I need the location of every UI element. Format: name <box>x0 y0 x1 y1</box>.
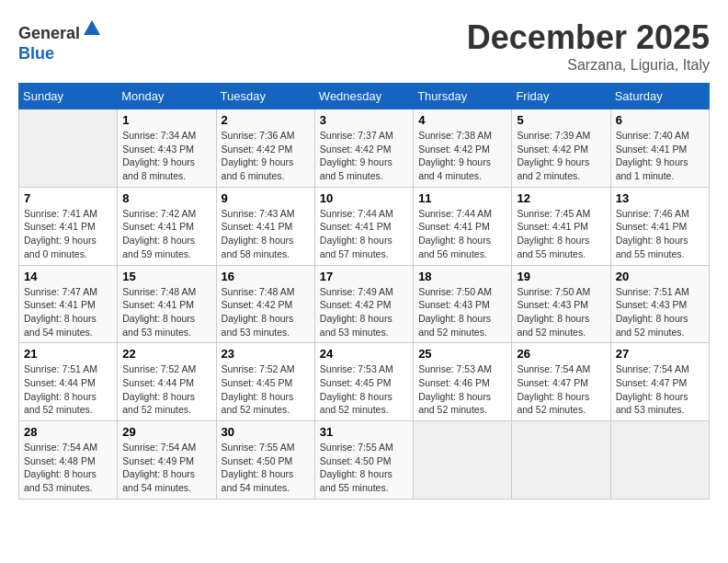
day-cell: 3 Sunrise: 7:37 AMSunset: 4:42 PMDayligh… <box>314 109 413 188</box>
day-cell: 19 Sunrise: 7:50 AMSunset: 4:43 PMDaylig… <box>512 265 610 343</box>
day-number: 10 <box>320 191 408 205</box>
day-cell: 26 Sunrise: 7:54 AMSunset: 4:47 PMDaylig… <box>512 343 610 421</box>
day-cell: 22 Sunrise: 7:52 AMSunset: 4:44 PMDaylig… <box>118 343 216 421</box>
month-title: December 2025 <box>467 18 710 57</box>
day-cell: 17 Sunrise: 7:49 AMSunset: 4:42 PMDaylig… <box>314 265 413 343</box>
day-info: Sunrise: 7:54 AMSunset: 4:49 PMDaylight:… <box>122 441 210 495</box>
location: Sarzana, Liguria, Italy <box>467 57 710 74</box>
day-number: 7 <box>24 191 112 205</box>
day-cell: 4 Sunrise: 7:38 AMSunset: 4:42 PMDayligh… <box>414 109 512 188</box>
day-number: 26 <box>517 347 605 361</box>
day-number: 11 <box>418 191 506 205</box>
day-number: 15 <box>122 270 210 283</box>
day-info: Sunrise: 7:54 AMSunset: 4:47 PMDaylight:… <box>517 362 605 417</box>
header-thursday: Thursday <box>414 84 512 109</box>
week-row-1: 1 Sunrise: 7:34 AMSunset: 4:43 PMDayligh… <box>19 109 710 188</box>
day-cell: 7 Sunrise: 7:41 AMSunset: 4:41 PMDayligh… <box>19 187 118 265</box>
day-cell: 25 Sunrise: 7:53 AMSunset: 4:46 PMDaylig… <box>414 343 512 421</box>
day-cell: 29 Sunrise: 7:54 AMSunset: 4:49 PMDaylig… <box>118 421 216 500</box>
header-monday: Monday <box>118 84 216 109</box>
day-cell: 28 Sunrise: 7:54 AMSunset: 4:48 PMDaylig… <box>19 421 118 500</box>
day-info: Sunrise: 7:46 AMSunset: 4:41 PMDaylight:… <box>616 207 704 261</box>
day-number: 29 <box>122 425 210 439</box>
day-number: 31 <box>320 425 408 439</box>
day-info: Sunrise: 7:34 AMSunset: 4:43 PMDaylight:… <box>122 129 210 183</box>
header-sunday: Sunday <box>19 84 118 109</box>
day-cell: 5 Sunrise: 7:39 AMSunset: 4:42 PMDayligh… <box>512 109 610 188</box>
day-number: 3 <box>320 113 408 127</box>
day-info: Sunrise: 7:44 AMSunset: 4:41 PMDaylight:… <box>320 207 408 261</box>
day-info: Sunrise: 7:39 AMSunset: 4:42 PMDaylight:… <box>517 129 605 183</box>
day-number: 4 <box>418 113 506 127</box>
day-info: Sunrise: 7:47 AMSunset: 4:41 PMDaylight:… <box>24 285 112 339</box>
page-header: General Blue December 2025 Sarzana, Ligu… <box>18 18 710 74</box>
day-cell: 31 Sunrise: 7:55 AMSunset: 4:50 PMDaylig… <box>314 421 413 500</box>
day-cell: 2 Sunrise: 7:36 AMSunset: 4:42 PMDayligh… <box>216 109 314 188</box>
day-number: 8 <box>122 191 210 205</box>
day-info: Sunrise: 7:54 AMSunset: 4:48 PMDaylight:… <box>24 441 112 495</box>
day-info: Sunrise: 7:53 AMSunset: 4:45 PMDaylight:… <box>320 362 408 417</box>
logo: General Blue <box>18 18 102 63</box>
header-tuesday: Tuesday <box>216 84 314 109</box>
day-cell: 8 Sunrise: 7:42 AMSunset: 4:41 PMDayligh… <box>118 187 216 265</box>
day-number: 30 <box>222 425 310 439</box>
day-info: Sunrise: 7:51 AMSunset: 4:44 PMDaylight:… <box>24 362 112 417</box>
day-info: Sunrise: 7:37 AMSunset: 4:42 PMDaylight:… <box>320 129 408 183</box>
day-number: 25 <box>418 347 506 361</box>
day-number: 13 <box>616 191 704 205</box>
day-info: Sunrise: 7:44 AMSunset: 4:41 PMDaylight:… <box>418 207 506 261</box>
day-number: 5 <box>517 113 605 127</box>
day-cell: 10 Sunrise: 7:44 AMSunset: 4:41 PMDaylig… <box>314 187 413 265</box>
day-number: 24 <box>320 347 408 361</box>
week-row-3: 14 Sunrise: 7:47 AMSunset: 4:41 PMDaylig… <box>19 265 710 343</box>
day-cell: 13 Sunrise: 7:46 AMSunset: 4:41 PMDaylig… <box>610 187 709 265</box>
day-cell: 24 Sunrise: 7:53 AMSunset: 4:45 PMDaylig… <box>314 343 413 421</box>
svg-marker-0 <box>84 20 100 35</box>
day-info: Sunrise: 7:41 AMSunset: 4:41 PMDaylight:… <box>24 207 112 261</box>
day-number: 17 <box>320 270 408 283</box>
week-row-4: 21 Sunrise: 7:51 AMSunset: 4:44 PMDaylig… <box>19 343 710 421</box>
header-friday: Friday <box>512 84 610 109</box>
day-info: Sunrise: 7:36 AMSunset: 4:42 PMDaylight:… <box>222 129 310 183</box>
day-info: Sunrise: 7:55 AMSunset: 4:50 PMDaylight:… <box>222 441 310 495</box>
day-cell: 11 Sunrise: 7:44 AMSunset: 4:41 PMDaylig… <box>414 187 512 265</box>
day-cell <box>414 421 512 500</box>
day-number: 9 <box>222 191 310 205</box>
day-number: 6 <box>616 113 704 127</box>
day-number: 28 <box>24 425 112 439</box>
calendar-table: SundayMondayTuesdayWednesdayThursdayFrid… <box>18 83 710 500</box>
day-info: Sunrise: 7:45 AMSunset: 4:41 PMDaylight:… <box>517 207 605 261</box>
day-number: 23 <box>222 347 310 361</box>
day-info: Sunrise: 7:55 AMSunset: 4:50 PMDaylight:… <box>320 441 408 495</box>
day-cell: 15 Sunrise: 7:48 AMSunset: 4:41 PMDaylig… <box>118 265 216 343</box>
day-number: 16 <box>222 270 310 283</box>
day-info: Sunrise: 7:51 AMSunset: 4:43 PMDaylight:… <box>616 285 704 339</box>
day-cell <box>512 421 610 500</box>
day-info: Sunrise: 7:53 AMSunset: 4:46 PMDaylight:… <box>418 362 506 417</box>
day-info: Sunrise: 7:49 AMSunset: 4:42 PMDaylight:… <box>320 285 408 339</box>
day-info: Sunrise: 7:54 AMSunset: 4:47 PMDaylight:… <box>616 362 704 417</box>
day-cell: 9 Sunrise: 7:43 AMSunset: 4:41 PMDayligh… <box>216 187 314 265</box>
day-number: 19 <box>517 270 605 283</box>
day-cell: 27 Sunrise: 7:54 AMSunset: 4:47 PMDaylig… <box>610 343 709 421</box>
day-info: Sunrise: 7:48 AMSunset: 4:41 PMDaylight:… <box>122 285 210 339</box>
day-cell <box>610 421 709 500</box>
title-block: December 2025 Sarzana, Liguria, Italy <box>467 18 710 74</box>
day-number: 27 <box>616 347 704 361</box>
day-cell: 21 Sunrise: 7:51 AMSunset: 4:44 PMDaylig… <box>19 343 118 421</box>
day-cell: 14 Sunrise: 7:47 AMSunset: 4:41 PMDaylig… <box>19 265 118 343</box>
day-info: Sunrise: 7:50 AMSunset: 4:43 PMDaylight:… <box>418 285 506 339</box>
day-number: 14 <box>24 270 112 283</box>
day-info: Sunrise: 7:52 AMSunset: 4:45 PMDaylight:… <box>222 362 310 417</box>
day-cell: 23 Sunrise: 7:52 AMSunset: 4:45 PMDaylig… <box>216 343 314 421</box>
day-info: Sunrise: 7:48 AMSunset: 4:42 PMDaylight:… <box>222 285 310 339</box>
week-row-2: 7 Sunrise: 7:41 AMSunset: 4:41 PMDayligh… <box>19 187 710 265</box>
logo-blue: Blue <box>18 44 54 63</box>
day-info: Sunrise: 7:38 AMSunset: 4:42 PMDaylight:… <box>418 129 506 183</box>
day-info: Sunrise: 7:43 AMSunset: 4:41 PMDaylight:… <box>222 207 310 261</box>
week-row-5: 28 Sunrise: 7:54 AMSunset: 4:48 PMDaylig… <box>19 421 710 500</box>
day-info: Sunrise: 7:40 AMSunset: 4:41 PMDaylight:… <box>616 129 704 183</box>
header-wednesday: Wednesday <box>314 84 413 109</box>
header-saturday: Saturday <box>610 84 709 109</box>
day-number: 18 <box>418 270 506 283</box>
